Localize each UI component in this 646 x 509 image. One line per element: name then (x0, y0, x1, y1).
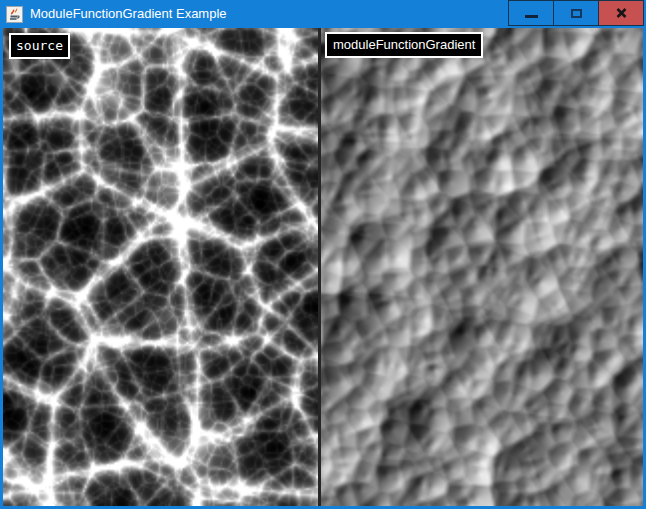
titlebar[interactable]: ModuleFunctionGradient Example (0, 0, 646, 28)
close-icon (615, 7, 628, 19)
source-panel: source (3, 28, 318, 506)
java-coffee-cup-icon (6, 6, 23, 23)
minimize-icon (525, 15, 538, 18)
maximize-button[interactable] (553, 0, 599, 26)
close-button[interactable] (598, 0, 644, 26)
source-label: source (9, 33, 70, 59)
gradient-label: moduleFunctionGradient (325, 32, 483, 58)
app-window: ModuleFunctionGradient Example source mo… (0, 0, 646, 509)
source-noise-image (3, 28, 318, 506)
window-controls (508, 0, 646, 26)
window-title: ModuleFunctionGradient Example (30, 0, 508, 28)
gradient-noise-image (321, 28, 643, 506)
minimize-button[interactable] (508, 0, 554, 26)
maximize-icon (571, 9, 582, 18)
content-area: source moduleFunctionGradient (3, 28, 643, 506)
gradient-panel: moduleFunctionGradient (321, 28, 643, 506)
